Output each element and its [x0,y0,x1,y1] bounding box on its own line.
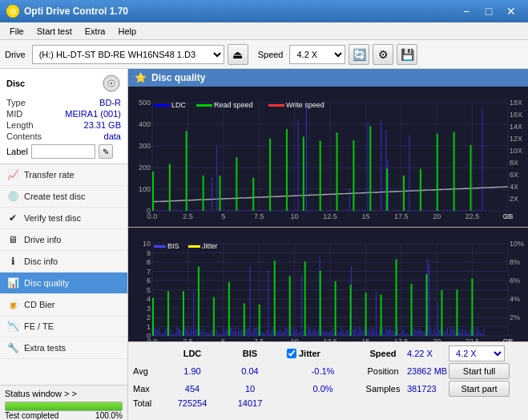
chart1-canvas [128,87,528,227]
position-label: Position [359,366,407,376]
speed-select-stats[interactable]: 4.2 X [449,345,505,361]
position-value: 23862 MB [407,366,449,376]
progress-percent: 100.0% [95,411,123,420]
chart1-container [128,87,528,228]
jitter-max: 0.0% [287,384,359,394]
extra-tests-label: Extra tests [24,343,66,353]
content-area: ⭐ Disc quality LDC BIS J [128,69,528,420]
total-label: Total [133,398,163,408]
dq-title: Disc quality [151,72,205,83]
length-value: 23.31 GB [84,120,121,130]
sidebar-item-disc-info[interactable]: ℹ Disc info [0,251,127,273]
svg-point-2 [111,83,113,85]
bis-header: BIS [221,349,279,358]
disc-quality-label: Disc quality [24,278,69,288]
type-value: BD-R [99,98,121,107]
contents-value: data [104,131,121,141]
ldc-avg: 1.90 [163,366,221,376]
mid-value: MEIRA1 (001) [65,109,121,119]
sidebar-item-fe-te[interactable]: 📉 FE / TE [0,316,127,337]
menu-bar: File Start test Extra Help [0,22,528,40]
transfer-rate-icon: 📈 [6,168,19,181]
label-key: Label [6,147,28,156]
sidebar: Disc Type BD-R MID MEIRA1 (001) Length 2… [0,69,128,420]
charts-area [128,87,528,341]
bis-avg: 0.04 [221,366,279,376]
start-part-button[interactable]: Start part [449,381,510,397]
label-edit-button[interactable]: ✎ [99,144,113,159]
avg-label: Avg [133,366,163,376]
verify-test-disc-label: Verify test disc [24,213,81,223]
settings-button[interactable]: ⚙ [373,44,393,65]
cd-bier-icon: 🍺 [6,298,19,311]
max-label: Max [133,384,163,394]
verify-test-disc-icon: ✔ [6,212,19,224]
disc-info-icon: ℹ [6,255,19,268]
sidebar-item-extra-tests[interactable]: 🔧 Extra tests [0,337,127,359]
disc-quality-icon: 📊 [6,277,19,289]
toolbar: Drive (H:) HL-DT-ST BD-RE WH16NS48 1.D3 … [0,40,528,69]
sidebar-item-verify-test-disc[interactable]: ✔ Verify test disc [0,208,127,229]
samples-label: Samples [359,384,407,394]
status-window-label: Status window > > [5,389,77,398]
cd-bier-label: CD Bier [24,300,55,309]
sidebar-item-create-test-disc[interactable]: 💿 Create test disc [0,186,127,208]
type-label: Type [6,98,26,107]
mid-label: MID [6,109,22,119]
maximize-button[interactable]: □ [478,3,499,19]
jitter-checkbox-area[interactable]: Jitter [287,349,359,358]
fe-te-icon: 📉 [6,320,19,333]
app-icon: ⚙ [6,5,19,18]
ldc-header: LDC [163,349,221,358]
dq-icon: ⭐ [135,72,147,83]
jitter-checkbox[interactable] [287,349,296,358]
fe-te-label: FE / TE [24,321,54,331]
save-button[interactable]: 💾 [397,44,417,65]
disc-panel: Disc Type BD-R MID MEIRA1 (001) Length 2… [0,69,127,164]
speed-select[interactable]: 4.2 X [289,45,345,64]
ldc-total: 725254 [163,398,221,408]
bis-total: 14017 [221,398,279,408]
chart2-canvas [128,228,528,341]
status-window-btn[interactable]: Status window > > [0,386,127,402]
bis-max: 10 [221,384,279,394]
refresh-button[interactable]: 🔄 [349,44,369,65]
jitter-avg: -0.1% [287,366,359,376]
dq-header: ⭐ Disc quality [128,69,528,87]
menu-file[interactable]: File [3,25,30,38]
progress-bar-fill [6,402,122,410]
chart2-container [128,228,528,341]
menu-extra[interactable]: Extra [79,25,112,38]
sidebar-item-transfer-rate[interactable]: 📈 Transfer rate [0,164,127,186]
app-title: Opti Drive Control 1.70 [24,6,128,17]
samples-value: 381723 [407,384,449,394]
status-text: Test completed [5,411,58,420]
speed-label: Speed [258,50,284,59]
drive-info-icon: 🖥 [6,233,19,246]
menu-start-test[interactable]: Start test [30,25,79,38]
sidebar-item-cd-bier[interactable]: 🍺 CD Bier [0,294,127,316]
disc-info-label: Disc info [24,256,58,266]
label-input[interactable] [31,144,95,159]
stats-area: LDC BIS Jitter Speed 4.22 X 4.2 X Avg 1.… [128,341,528,420]
status-bar: Status window > > Test completed 100.0% [0,385,127,420]
length-label: Length [6,120,34,130]
minimize-button[interactable]: − [456,3,477,19]
title-bar: ⚙ Opti Drive Control 1.70 − □ ✕ [0,0,528,22]
menu-help[interactable]: Help [111,25,143,38]
disc-title: Disc [6,79,25,88]
speed-header: Speed [359,349,407,358]
close-button[interactable]: ✕ [501,3,522,19]
disc-icon [102,74,121,93]
sidebar-item-disc-quality[interactable]: 📊 Disc quality [0,273,127,294]
progress-bar-container [5,402,123,411]
create-test-disc-label: Create test disc [24,192,85,201]
drive-select[interactable]: (H:) HL-DT-ST BD-RE WH16NS48 1.D3 [32,45,224,64]
contents-label: Contents [6,131,42,141]
nav-items: 📈 Transfer rate 💿 Create test disc ✔ Ver… [0,164,127,385]
create-test-disc-icon: 💿 [6,190,19,203]
start-full-button[interactable]: Start full [449,363,510,379]
drive-eject-button[interactable]: ⏏ [228,44,248,65]
sidebar-item-drive-info[interactable]: 🖥 Drive info [0,229,127,251]
jitter-header: Jitter [299,349,320,358]
